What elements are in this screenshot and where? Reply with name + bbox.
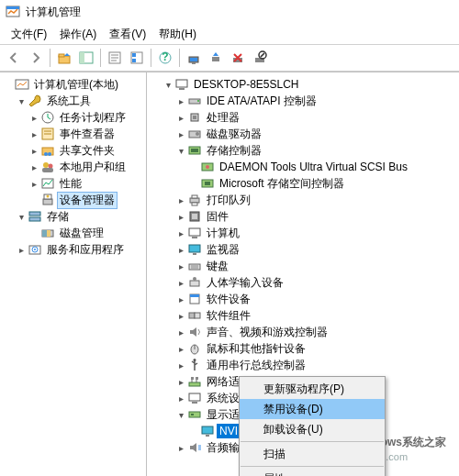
twisty-collapsed-icon[interactable]: ▸ <box>28 146 40 156</box>
node-firmware[interactable]: ▸固件 <box>149 208 457 225</box>
context-menu: 更新驱动程序(P) 禁用设备(D) 卸载设备(U) 扫描 属性 <box>239 376 386 476</box>
keyboard-icon <box>187 259 202 273</box>
svg-rect-75 <box>189 313 195 318</box>
node-label: 存储控制器 <box>204 142 264 160</box>
svg-rect-65 <box>192 237 197 238</box>
svg-point-31 <box>49 164 53 169</box>
left-tree-pane[interactable]: ▶ 计算机管理(本地) ▾ 系统工具 ▸ 任务计划程序 ▸ 事件查看器 ▸ 共享… <box>0 72 147 476</box>
twisty-collapsed-icon[interactable]: ▸ <box>174 212 187 222</box>
twisty-collapsed-icon[interactable]: ▸ <box>174 294 187 304</box>
twisty-expanded-icon[interactable]: ▾ <box>174 146 187 156</box>
menu-action[interactable]: 操作(A) <box>54 25 102 44</box>
node-storage[interactable]: ▾ 存储 <box>2 208 144 225</box>
node-computers[interactable]: ▸计算机 <box>149 225 457 241</box>
scan-button[interactable] <box>184 48 204 68</box>
menu-file[interactable]: 文件(F) <box>6 25 52 44</box>
menu-view[interactable]: 查看(V) <box>104 25 151 44</box>
node-device-manager[interactable]: ▶ 设备管理器 <box>2 192 144 208</box>
node-root[interactable]: ▶ 计算机管理(本地) <box>2 76 144 93</box>
node-disk-mgmt[interactable]: ▶ 磁盘管理 <box>2 225 144 241</box>
node-monitors[interactable]: ▸监视器 <box>149 241 457 258</box>
twisty-collapsed-icon[interactable]: ▸ <box>28 179 40 189</box>
svg-rect-81 <box>191 377 194 380</box>
twisty-collapsed-icon[interactable]: ▸ <box>174 327 187 338</box>
node-ide[interactable]: ▸IDE ATA/ATAPI 控制器 <box>149 93 457 109</box>
scsi-icon <box>200 176 215 191</box>
twisty-collapsed-icon[interactable]: ▸ <box>28 129 40 139</box>
node-disk-drives[interactable]: ▸磁盘驱动器 <box>149 126 457 142</box>
node-daemon[interactable]: ▶DAEMON Tools Ultra Virtual SCSI Bus <box>149 159 457 175</box>
node-keyboards[interactable]: ▸键盘 <box>149 258 457 274</box>
twisty-collapsed-icon[interactable]: ▸ <box>174 261 187 271</box>
svg-point-56 <box>206 165 209 169</box>
menu-separator <box>241 441 384 442</box>
twisty-expanded-icon[interactable]: ▾ <box>15 96 28 106</box>
menu-scan[interactable]: 扫描 <box>240 444 385 464</box>
menu-separator <box>241 466 384 467</box>
node-print[interactable]: ▸打印队列 <box>149 192 457 208</box>
node-processor[interactable]: ▸处理器 <box>149 109 457 126</box>
node-label: 磁盘驱动器 <box>204 126 264 143</box>
show-hide-tree-button[interactable] <box>76 48 96 68</box>
twisty-collapsed-icon[interactable]: ▸ <box>174 344 187 354</box>
properties-button[interactable] <box>105 48 125 68</box>
node-system-tools[interactable]: ▾ 系统工具 <box>2 93 144 109</box>
update-driver-button[interactable] <box>206 48 226 68</box>
node-hid[interactable]: ▸人体学输入设备 <box>149 274 457 291</box>
menu-disable-device[interactable]: 禁用设备(D) <box>240 399 385 419</box>
node-event-viewer[interactable]: ▸ 事件查看器 <box>2 126 144 142</box>
node-sound[interactable]: ▸声音、视频和游戏控制器 <box>149 324 457 340</box>
menu-properties[interactable]: 属性 <box>240 469 385 476</box>
node-task-scheduler[interactable]: ▸ 任务计划程序 <box>2 109 144 126</box>
twisty-collapsed-icon[interactable]: ▸ <box>174 245 187 255</box>
forward-button[interactable] <box>26 48 46 68</box>
twisty-collapsed-icon[interactable]: ▸ <box>174 129 187 139</box>
mouse-icon <box>187 341 202 356</box>
twisty-collapsed-icon[interactable]: ▸ <box>174 311 187 321</box>
twisty-collapsed-icon[interactable]: ▸ <box>174 360 187 371</box>
twisty-collapsed-icon[interactable]: ▸ <box>174 393 187 404</box>
twisty-collapsed-icon[interactable]: ▸ <box>174 377 187 387</box>
disable-button[interactable] <box>250 48 270 68</box>
twisty-collapsed-icon[interactable]: ▸ <box>174 113 187 123</box>
twisty-expanded-icon[interactable]: ▾ <box>174 410 187 420</box>
twisty-collapsed-icon[interactable]: ▸ <box>28 113 40 123</box>
twisty-collapsed-icon[interactable]: ▸ <box>174 443 187 453</box>
cpu-icon <box>187 110 202 125</box>
node-software-devices[interactable]: ▸软件设备 <box>149 291 457 307</box>
node-storage-ctrl[interactable]: ▾存储控制器 <box>149 142 457 159</box>
twisty-expanded-icon[interactable]: ▾ <box>15 212 28 222</box>
up-button[interactable] <box>54 48 74 68</box>
node-mouse[interactable]: ▸鼠标和其他指针设备 <box>149 340 457 357</box>
twisty-collapsed-icon[interactable]: ▸ <box>174 96 187 106</box>
node-services[interactable]: ▸ 服务和应用程序 <box>2 241 144 258</box>
twisty-collapsed-icon[interactable]: ▸ <box>174 228 187 238</box>
node-software-components[interactable]: ▸软件组件 <box>149 307 457 324</box>
twisty-collapsed-icon[interactable]: ▸ <box>174 195 187 205</box>
help-button[interactable]: ? <box>155 48 175 68</box>
svg-rect-40 <box>42 230 47 237</box>
storage-icon <box>28 209 42 224</box>
menu-help[interactable]: 帮助(H) <box>153 25 202 44</box>
menu-uninstall-device[interactable]: 卸载设备(U) <box>240 419 385 439</box>
node-shared-folders[interactable]: ▸ 共享文件夹 <box>2 142 144 159</box>
desktop-icon <box>187 226 202 240</box>
users-icon <box>40 160 55 174</box>
node-ms-storage[interactable]: ▶Microsoft 存储空间控制器 <box>149 175 457 192</box>
svg-rect-67 <box>193 253 196 255</box>
uninstall-button[interactable] <box>228 48 248 68</box>
twisty-collapsed-icon[interactable]: ▸ <box>15 245 28 255</box>
menu-update-driver[interactable]: 更新驱动程序(P) <box>240 379 385 399</box>
detail-view-button[interactable] <box>127 48 147 68</box>
twisty-collapsed-icon[interactable]: ▸ <box>28 162 40 172</box>
twisty-expanded-icon[interactable]: ▾ <box>162 80 174 90</box>
node-computer[interactable]: ▾ DESKTOP-8E5SLCH <box>149 76 457 93</box>
node-label: 事件查看器 <box>57 126 118 143</box>
node-label: Microsoft 存储空间控制器 <box>217 175 347 193</box>
node-local-users[interactable]: ▸ 本地用户和组 <box>2 159 144 175</box>
back-button[interactable] <box>4 48 24 68</box>
node-performance[interactable]: ▸ 性能 <box>2 175 144 192</box>
node-label: 监视器 <box>204 241 242 259</box>
twisty-collapsed-icon[interactable]: ▸ <box>174 278 187 288</box>
node-usb[interactable]: ▸通用串行总线控制器 <box>149 357 457 373</box>
